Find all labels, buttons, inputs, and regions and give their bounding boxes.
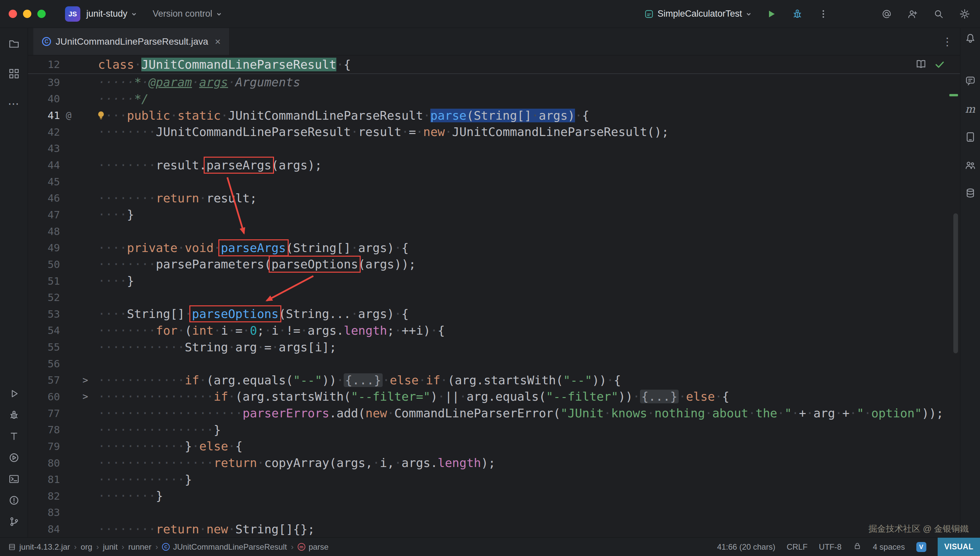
code-line-83[interactable]: 83 bbox=[28, 504, 960, 521]
code-text[interactable]: ········parseParameters(parseOptions(arg… bbox=[93, 257, 960, 271]
code-line-45[interactable]: 45 bbox=[28, 173, 960, 190]
line-number[interactable]: 43 bbox=[28, 142, 60, 154]
line-number[interactable]: 83 bbox=[28, 506, 60, 518]
breadcrumb-item[interactable]: runner bbox=[128, 542, 151, 552]
tool-project-folder-button[interactable] bbox=[5, 38, 23, 68]
indent-style[interactable]: 4 spaces bbox=[873, 542, 905, 552]
code-text[interactable]: ············String·arg·=·args[i]; bbox=[93, 340, 960, 354]
code-text[interactable]: class·JUnitCommandLineParseResult·{ bbox=[93, 58, 960, 71]
code-text[interactable]: ············if·(arg.equals("--"))·{...}·… bbox=[93, 373, 960, 387]
readonly-lock-icon[interactable] bbox=[853, 541, 862, 552]
inspections-widget[interactable] bbox=[915, 59, 945, 70]
fold-arrow-icon[interactable]: > bbox=[77, 375, 93, 386]
code-line-52[interactable]: 52 bbox=[28, 289, 960, 305]
code-with-me-button[interactable] bbox=[906, 7, 919, 21]
code-text[interactable]: ·····*/ bbox=[93, 92, 960, 106]
code-text[interactable]: ········JUnitCommandLineParseResult·resu… bbox=[93, 125, 960, 139]
code-line-44[interactable]: 44········result.parseArgs(args); bbox=[28, 157, 960, 173]
code-text[interactable]: ········result.parseArgs(args); bbox=[93, 158, 960, 172]
code-text[interactable]: ············} bbox=[93, 473, 960, 486]
line-number[interactable]: 49 bbox=[28, 242, 60, 254]
code-line-47[interactable]: 47····} bbox=[28, 206, 960, 223]
code-line-49[interactable]: 49····private·void·parseArgs(String[]·ar… bbox=[28, 239, 960, 256]
folded-region[interactable]: {...} bbox=[640, 390, 679, 403]
code-line-82[interactable]: 82········} bbox=[28, 488, 960, 504]
code-text[interactable]: ········return·result; bbox=[93, 191, 960, 205]
code-text[interactable]: ················if·(arg.startsWith("--fi… bbox=[93, 390, 960, 403]
tool-problems-button[interactable] bbox=[5, 495, 23, 516]
code-text[interactable]: ····public·static·JUnitCommandLineParseR… bbox=[93, 109, 960, 122]
line-number[interactable]: 45 bbox=[28, 176, 60, 187]
code-editor[interactable]: 12class·JUnitCommandLineParseResult·{ 39… bbox=[28, 55, 960, 537]
line-number[interactable]: 41 bbox=[28, 109, 60, 121]
code-text[interactable]: ····} bbox=[93, 274, 960, 288]
tool-terminal-button[interactable] bbox=[5, 474, 23, 495]
breadcrumb-item[interactable]: org bbox=[81, 542, 92, 552]
code-line-41[interactable]: 41@····public·static·JUnitCommandLinePar… bbox=[28, 107, 960, 124]
code-line-84[interactable]: 84········return·new·String[]{}; bbox=[28, 520, 960, 537]
tool-device-button[interactable] bbox=[961, 131, 980, 159]
close-window-button[interactable] bbox=[9, 10, 17, 18]
search-everywhere-button[interactable] bbox=[932, 7, 945, 21]
code-line-78[interactable]: 78················} bbox=[28, 421, 960, 438]
settings-button[interactable] bbox=[958, 7, 971, 21]
code-text[interactable]: ····String[]·parseOptions(String...·args… bbox=[93, 307, 960, 321]
editor-scrollbar[interactable] bbox=[953, 213, 958, 353]
code-line-39[interactable]: 39·····*·@param·args·Arguments bbox=[28, 74, 960, 91]
code-line-43[interactable]: 43 bbox=[28, 140, 960, 157]
reader-mode-icon[interactable] bbox=[915, 59, 927, 70]
more-actions-button[interactable] bbox=[817, 7, 830, 21]
tool-git-button[interactable] bbox=[5, 516, 23, 537]
code-text[interactable]: ········return·new·String[]{}; bbox=[93, 522, 960, 536]
line-number[interactable]: 82 bbox=[28, 490, 60, 502]
code-text[interactable]: ············}·else·{ bbox=[93, 439, 960, 453]
line-number[interactable]: 47 bbox=[28, 208, 60, 221]
caret-position[interactable]: 41:66 (20 chars) bbox=[717, 542, 775, 552]
line-number[interactable]: 44 bbox=[28, 159, 60, 171]
tool-database-button[interactable] bbox=[961, 187, 980, 215]
tool-ai-assistant-button[interactable] bbox=[961, 75, 980, 103]
project-selector[interactable]: junit-study bbox=[86, 9, 137, 19]
fullscreen-window-button[interactable] bbox=[37, 10, 46, 18]
breadcrumb-item[interactable]: junit-4.13.2.jar bbox=[8, 542, 70, 552]
line-number[interactable]: 48 bbox=[28, 225, 60, 238]
line-number[interactable]: 46 bbox=[28, 192, 60, 204]
line-number[interactable]: 54 bbox=[28, 324, 60, 336]
line-number[interactable]: 81 bbox=[28, 474, 60, 485]
code-line-77[interactable]: 77····················parserErrors.add(n… bbox=[28, 405, 960, 422]
intention-bulb-icon[interactable] bbox=[95, 110, 107, 121]
code-text[interactable]: ········} bbox=[93, 489, 960, 503]
line-number[interactable]: 40 bbox=[28, 93, 60, 105]
code-line-50[interactable]: 50········parseParameters(parseOptions(a… bbox=[28, 256, 960, 273]
sticky-header-line[interactable]: 12class·JUnitCommandLineParseResult·{ bbox=[28, 55, 960, 74]
code-text[interactable]: ····················parserErrors.add(new… bbox=[93, 406, 960, 420]
line-number[interactable]: 53 bbox=[28, 308, 60, 320]
tool-gradle-button[interactable] bbox=[961, 159, 980, 187]
line-number[interactable]: 55 bbox=[28, 341, 60, 353]
close-tab-icon[interactable]: × bbox=[215, 36, 221, 47]
ideavim-icon[interactable]: V bbox=[916, 542, 926, 552]
code-line-79[interactable]: 79············}·else·{ bbox=[28, 438, 960, 455]
file-encoding[interactable]: UTF-8 bbox=[819, 542, 842, 552]
breadcrumb-item[interactable]: junit bbox=[103, 542, 118, 552]
code-line-46[interactable]: 46········return·result; bbox=[28, 190, 960, 206]
line-number[interactable]: 77 bbox=[28, 407, 60, 419]
line-number[interactable]: 50 bbox=[28, 258, 60, 270]
tool-debug-button[interactable] bbox=[5, 409, 23, 431]
no-problems-check-icon[interactable] bbox=[934, 59, 945, 70]
code-line-40[interactable]: 40·····*/ bbox=[28, 91, 960, 107]
line-separator[interactable]: CRLF bbox=[787, 542, 808, 552]
code-line-54[interactable]: 54········for·(int·i·=·0;·i·!=·args.leng… bbox=[28, 322, 960, 339]
run-button[interactable] bbox=[765, 7, 778, 21]
code-text[interactable]: ················return·copyArray(args,·i… bbox=[93, 456, 960, 470]
line-number[interactable]: 84 bbox=[28, 523, 60, 535]
fold-arrow-icon[interactable]: > bbox=[77, 391, 93, 402]
tool-more-button[interactable]: ⋯ bbox=[5, 98, 23, 128]
code-line-48[interactable]: 48 bbox=[28, 223, 960, 240]
tool-services-button[interactable] bbox=[5, 452, 23, 474]
code-text[interactable]: ················} bbox=[93, 423, 960, 437]
tool-notifications-button[interactable] bbox=[961, 33, 980, 61]
code-line-55[interactable]: 55············String·arg·=·args[i]; bbox=[28, 339, 960, 356]
line-number[interactable]: 80 bbox=[28, 457, 60, 469]
code-line-42[interactable]: 42········JUnitCommandLineParseResult·re… bbox=[28, 124, 960, 140]
